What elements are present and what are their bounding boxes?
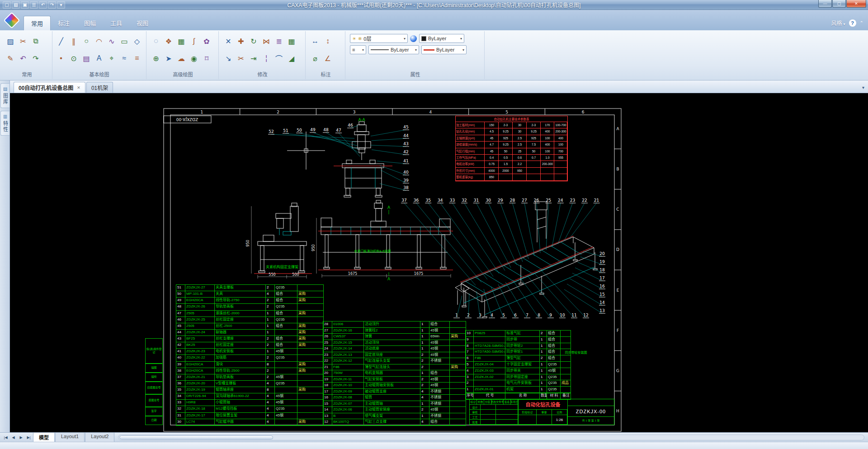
bom-row: 17ZDZKJX-09被动辊筒支座4不锈钢 [323, 389, 466, 395]
revision-cloud-icon[interactable]: ☁ [175, 50, 187, 66]
ribbon-tab-4[interactable]: 工具 [103, 16, 129, 30]
ribbon-tab-1[interactable]: 常用 [24, 16, 51, 30]
arrow-icon[interactable]: ➤ [163, 50, 175, 66]
cut-icon[interactable]: ✂ [17, 33, 29, 49]
bom-row: 21F86薄型气缸连接头2采购 [323, 364, 466, 371]
sheet-nav-button-4[interactable]: ▶| [25, 435, 33, 440]
parameter-row: 加工板材(mm)1502-3302-3170100-700 [456, 122, 567, 128]
minimize-button[interactable]: — [818, 0, 832, 8]
formula-curve-icon[interactable]: ∫ [188, 33, 200, 49]
break-icon[interactable]: ¦ [260, 50, 272, 66]
color-dropdown[interactable]: ByLayer [419, 34, 464, 43]
undo-icon[interactable]: ↶ [39, 1, 47, 9]
dim-diameter-icon[interactable]: ⌀ [309, 50, 321, 66]
document-tab-2[interactable]: 01机架 [86, 82, 113, 93]
multiline-icon[interactable]: ≡ [131, 50, 143, 66]
undo-icon[interactable]: ↶ [17, 50, 29, 66]
bom-row: 39EGH20CA滑块8采购 [176, 362, 323, 368]
close-tab-icon[interactable]: ✕ [77, 85, 80, 90]
lineweight-dropdown[interactable]: ByLayer [421, 45, 467, 54]
drawing-number: ZDZKJX-00 [568, 406, 614, 417]
sidebar-tab-properties[interactable]: ▥ 特性 [0, 111, 9, 136]
format-brush-icon[interactable]: ✎ [5, 50, 16, 66]
copy-icon[interactable]: ⧉ [30, 33, 42, 49]
dim-aligned-icon[interactable]: ↕ [322, 33, 334, 49]
fillet-icon[interactable]: ⌒ [273, 50, 285, 66]
paste-icon[interactable]: ▨ [5, 33, 16, 49]
qat-more-icon[interactable]: ▾ [57, 1, 65, 9]
parallel-line-icon[interactable]: ∥ [68, 33, 80, 49]
sheet-nav-button-3[interactable]: ▶ [17, 435, 25, 440]
redo-icon[interactable]: ↷ [48, 1, 56, 9]
rectangle-icon[interactable]: ▭ [118, 33, 130, 49]
print-icon[interactable]: ☰ [30, 1, 38, 9]
axis-icon[interactable]: ⊕ [150, 50, 162, 66]
document-tab-1[interactable]: 00自动打孔机设备总图✕ [14, 82, 85, 93]
chamfer-icon[interactable]: ◢ [286, 50, 297, 66]
close-button[interactable]: ✕ [846, 0, 866, 8]
document-list-icon[interactable]: ▾ [862, 85, 864, 90]
help-icon[interactable]: ? [849, 19, 856, 27]
ellipse-icon[interactable]: ⊙ [68, 50, 80, 66]
ribbon-tab-3[interactable]: 图幅 [77, 16, 103, 30]
group-label: 基本绘图 [52, 71, 146, 78]
scrollbar-thumb[interactable] [119, 435, 273, 440]
sheet-nav-button-1[interactable]: |◀ [2, 435, 9, 440]
scale-icon[interactable]: ↘ [222, 50, 234, 66]
hatch-icon[interactable]: ▤ [80, 50, 92, 66]
sheet-nav-button-2[interactable]: ◀ [9, 435, 17, 440]
coordinate-icon[interactable]: ⌑ [201, 50, 212, 66]
linetype-dropdown[interactable]: ByLayer [368, 45, 419, 54]
sheet-tab-3[interactable]: Layout2 [85, 432, 114, 442]
move-icon[interactable]: ✚ [235, 33, 247, 49]
bom-row: 32ZDZKJX-18M12螺母挡板4Q235 [176, 406, 323, 412]
line-icon[interactable]: ╱ [55, 33, 67, 49]
table-icon[interactable]: ▦ [175, 33, 187, 49]
offset-icon[interactable]: ≣ [273, 33, 285, 49]
parameter-table: 自动钻孔机主要技术参数表 加工板材(mm)1502-3302-3170100-7… [455, 116, 568, 181]
minimize-ribbon-icon[interactable]: ⌃ [860, 20, 863, 25]
bom-row: 14ZDZKJX-06主动辊筒安装座245钢 [323, 407, 466, 413]
point-icon[interactable]: • [55, 50, 67, 66]
text-icon[interactable]: A [93, 50, 105, 66]
linetype-list-dropdown[interactable]: ≡ [350, 45, 366, 54]
arc-icon[interactable]: ◠ [93, 33, 105, 49]
dim-linear-icon[interactable]: ↔ [309, 33, 321, 49]
rotate-icon[interactable]: ↻ [248, 33, 259, 49]
style-dropdown[interactable]: 风格 [831, 19, 845, 27]
redo-icon[interactable]: ↷ [30, 50, 42, 66]
circle-icon[interactable]: ○ [80, 33, 92, 49]
open-file-icon[interactable]: ▧ [12, 1, 20, 9]
caxa-logo-icon[interactable] [4, 11, 20, 29]
ribbon-tab-5[interactable]: 视图 [129, 16, 156, 30]
new-file-icon[interactable]: ▢ [3, 1, 11, 9]
sheet-tab-1[interactable]: 模型 [33, 432, 55, 442]
mirror-icon[interactable]: ⋈ [260, 33, 272, 49]
polygon-icon[interactable]: ◇ [131, 33, 143, 49]
current-color: ByLayer [428, 36, 446, 41]
ribbon-tab-2[interactable]: 标注 [51, 16, 77, 30]
wave-line-icon[interactable]: ≈ [118, 50, 130, 66]
sidebar-tab-library[interactable]: ▤ 图库 [0, 83, 9, 108]
spline-icon[interactable]: ∿ [106, 33, 118, 49]
gear-icon[interactable]: ✿ [201, 33, 212, 49]
margin-field: 描校 [145, 373, 163, 382]
trim-icon[interactable]: ✂ [235, 50, 247, 66]
centerline-icon[interactable]: ⌖ [106, 50, 118, 66]
layer-dropdown[interactable]: ☀ ❄ 0层 [350, 34, 408, 43]
current-lineweight: ByLayer [436, 47, 454, 52]
extend-icon[interactable]: ⇥ [248, 50, 259, 66]
erase-icon[interactable]: ✕ [222, 33, 234, 49]
maximize-button[interactable]: ▢ [832, 0, 846, 8]
color-swatch [421, 36, 426, 41]
dim-angle-icon[interactable]: ∠ [322, 50, 334, 66]
block-icon[interactable]: ❖ [163, 33, 175, 49]
drawing-canvas[interactable]: ZDZKJX-00 [10, 93, 868, 432]
array-icon[interactable]: ▦ [286, 33, 297, 49]
save-icon[interactable]: ▣ [21, 1, 29, 9]
color-ball-icon[interactable] [410, 35, 417, 42]
sheet-tab-2[interactable]: Layout1 [55, 432, 85, 442]
detail-view-icon[interactable]: ◉ [188, 50, 200, 66]
horizontal-scrollbar[interactable] [118, 435, 864, 440]
contour-icon[interactable]: ◌ [150, 33, 162, 49]
